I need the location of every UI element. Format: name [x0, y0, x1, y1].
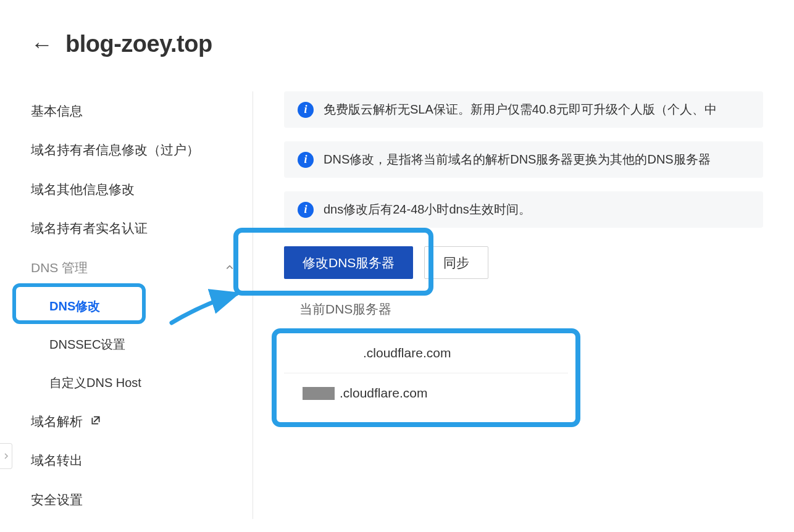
main-content: i 免费版云解析无SLA保证。新用户仅需40.8元即可升级个人版（个人、中 i … — [253, 91, 763, 519]
redacted-text — [303, 387, 335, 400]
dns-server-list: .cloudflare.com .cloudflare.com — [284, 333, 568, 413]
sidebar-item-custom-dns-host[interactable]: 自定义DNS Host — [31, 364, 253, 402]
sidebar-item-label: 域名解析 — [31, 414, 83, 428]
info-icon: i — [298, 202, 314, 218]
sidebar: 基本信息 域名持有者信息修改（过户） 域名其他信息修改 域名持有者实名认证 DN… — [31, 91, 253, 519]
dns-server-value: .cloudflare.com — [363, 346, 451, 360]
sync-button[interactable]: 同步 — [424, 246, 488, 279]
page-title: blog-zoey.top — [65, 31, 212, 57]
sidebar-item-dnssec[interactable]: DNSSEC设置 — [31, 325, 253, 364]
info-banner-sla: i 免费版云解析无SLA保证。新用户仅需40.8元即可升级个人版（个人、中 — [284, 91, 763, 128]
chevron-right-icon — [3, 452, 9, 460]
sidebar-item-domain-transfer-out[interactable]: 域名转出 — [31, 441, 253, 480]
button-row: 修改DNS服务器 同步 — [284, 246, 763, 279]
collapse-tab[interactable] — [0, 443, 12, 469]
dns-server-row: .cloudflare.com — [284, 333, 568, 373]
info-banner-dns-desc: i DNS修改，是指将当前域名的解析DNS服务器更换为其他的DNS服务器 — [284, 141, 763, 178]
info-banner-text: dns修改后有24-48小时dns生效时间。 — [324, 201, 531, 218]
modify-dns-button[interactable]: 修改DNS服务器 — [284, 246, 413, 279]
info-icon: i — [298, 102, 314, 118]
redacted-text — [303, 347, 358, 360]
sidebar-item-basic-info[interactable]: 基本信息 — [31, 91, 253, 130]
page-header: ← blog-zoey.top — [31, 31, 763, 57]
sidebar-item-security-settings[interactable]: 安全设置 — [31, 480, 253, 519]
back-arrow-icon[interactable]: ← — [31, 33, 53, 56]
chevron-up-icon — [225, 263, 234, 272]
sidebar-item-owner-info-change[interactable]: 域名持有者信息修改（过户） — [31, 130, 253, 169]
sidebar-item-dns-modify[interactable]: DNS修改 — [31, 287, 253, 325]
info-banner-text: DNS修改，是指将当前域名的解析DNS服务器更换为其他的DNS服务器 — [324, 151, 711, 168]
info-banner-dns-ttl: i dns修改后有24-48小时dns生效时间。 — [284, 191, 763, 228]
sidebar-item-owner-realname[interactable]: 域名持有者实名认证 — [31, 209, 253, 247]
sidebar-item-label: DNS修改 — [49, 299, 100, 313]
info-icon: i — [298, 152, 314, 168]
sidebar-group-label: DNS 管理 — [31, 259, 88, 276]
info-banner-text: 免费版云解析无SLA保证。新用户仅需40.8元即可升级个人版（个人、中 — [324, 101, 717, 118]
current-dns-label: 当前DNS服务器 — [299, 301, 763, 318]
sidebar-item-other-info-change[interactable]: 域名其他信息修改 — [31, 170, 253, 209]
dns-server-value: .cloudflare.com — [340, 386, 427, 401]
dns-server-row: .cloudflare.com — [284, 373, 568, 413]
sidebar-group-dns-manage[interactable]: DNS 管理 — [31, 248, 253, 287]
sidebar-item-domain-resolve[interactable]: 域名解析 — [31, 402, 253, 441]
external-link-icon — [90, 415, 101, 430]
